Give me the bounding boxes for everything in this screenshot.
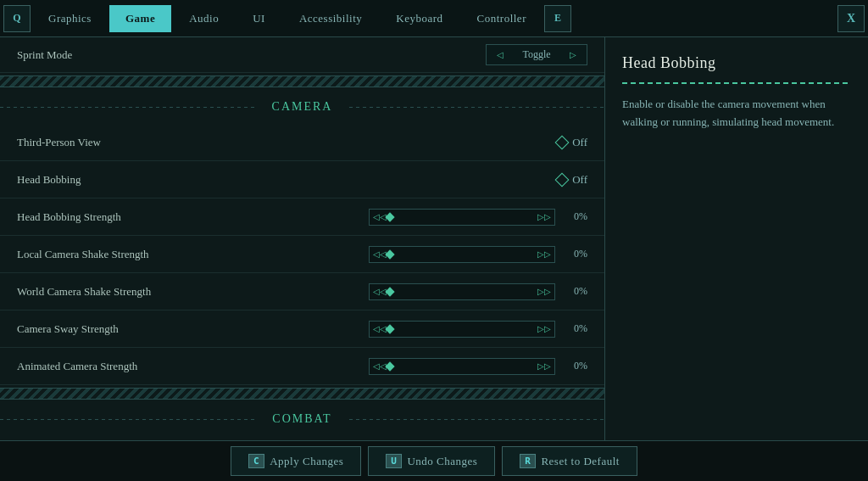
world-camera-shake-control[interactable]: ◁◁ ▷▷ 0% xyxy=(369,283,587,300)
nav-corner-right: E xyxy=(544,5,571,32)
third-person-view-control[interactable]: Off xyxy=(557,136,587,149)
diamond-icon xyxy=(555,135,570,149)
slider-thumb-3 xyxy=(385,287,394,296)
auto-activate-row[interactable]: Auto Activate Companion Abilities On xyxy=(0,436,604,440)
sprint-mode-value: Toggle xyxy=(509,48,565,61)
undo-key: U xyxy=(386,454,402,468)
camera-sway-row[interactable]: Camera Sway Strength ◁◁ ▷▷ 0% xyxy=(0,310,604,348)
tab-keyboard[interactable]: Keyboard xyxy=(380,5,459,32)
world-camera-shake-slider[interactable]: ◁◁ ▷▷ xyxy=(369,283,555,300)
animated-camera-label: Animated Camera Strength xyxy=(17,360,369,373)
third-person-view-row[interactable]: Third-Person View Off xyxy=(0,124,604,161)
combat-section-header: Combat xyxy=(0,405,604,433)
camera-sway-slider[interactable]: ◁◁ ▷▷ xyxy=(369,321,555,338)
toggle-right-arrow: ▷ xyxy=(570,50,576,59)
slider-thumb-5 xyxy=(385,361,394,371)
third-person-view-label: Third-Person View xyxy=(17,136,557,149)
tab-game[interactable]: Game xyxy=(109,5,171,32)
head-bobbing-value: Off xyxy=(572,173,587,187)
local-camera-shake-value: 0% xyxy=(562,248,587,260)
close-button[interactable]: X xyxy=(837,5,865,32)
animated-camera-row[interactable]: Animated Camera Strength ◁◁ ▷▷ 0% xyxy=(0,348,604,385)
head-bobbing-strength-value: 0% xyxy=(562,210,587,223)
animated-camera-value: 0% xyxy=(562,360,587,372)
head-bobbing-strength-control[interactable]: ◁◁ ▷▷ 0% xyxy=(369,209,587,226)
third-person-view-value: Off xyxy=(572,136,587,149)
header-line-right xyxy=(349,107,604,108)
tab-controller[interactable]: Controller xyxy=(461,5,542,32)
slider-thumb-2 xyxy=(385,249,394,259)
combat-header-line-left xyxy=(0,419,255,420)
undo-changes-button[interactable]: U Undo Changes xyxy=(368,446,495,476)
local-camera-shake-slider[interactable]: ◁◁ ▷▷ xyxy=(369,246,555,263)
sprint-mode-control[interactable]: ◁ Toggle ▷ xyxy=(486,44,587,65)
head-bobbing-strength-row[interactable]: Head Bobbing Strength ◁◁ ▷▷ 0% xyxy=(0,199,604,236)
combat-section-title: Combat xyxy=(255,412,348,426)
local-camera-shake-row[interactable]: Local Camera Shake Strength ◁◁ ▷▷ 0% xyxy=(0,236,604,273)
head-bobbing-label: Head Bobbing xyxy=(17,173,557,187)
slider-thumb-4 xyxy=(385,324,394,333)
slider-thumb xyxy=(385,212,394,221)
settings-panel[interactable]: Sprint Mode ◁ Toggle ▷ Camera Third-Pers… xyxy=(0,37,605,440)
head-bobbing-row[interactable]: Head Bobbing Off xyxy=(0,161,604,199)
reset-key: R xyxy=(520,454,536,468)
head-bobbing-strength-label: Head Bobbing Strength xyxy=(17,210,369,224)
reset-label: Reset to Default xyxy=(541,455,619,468)
world-camera-shake-value: 0% xyxy=(562,285,587,298)
info-divider xyxy=(622,82,851,84)
camera-section-title: Camera xyxy=(255,100,350,114)
local-camera-shake-label: Local Camera Shake Strength xyxy=(17,248,369,261)
local-camera-shake-control[interactable]: ◁◁ ▷▷ 0% xyxy=(369,246,587,263)
tab-audio[interactable]: Audio xyxy=(173,5,235,32)
head-bobbing-strength-slider[interactable]: ◁◁ ▷▷ xyxy=(369,209,555,226)
world-camera-shake-label: World Camera Shake Strength xyxy=(17,285,369,299)
world-camera-shake-row[interactable]: World Camera Shake Strength ◁◁ ▷▷ 0% xyxy=(0,273,604,310)
diamond-icon-2 xyxy=(555,172,570,187)
main-layout: Sprint Mode ◁ Toggle ▷ Camera Third-Pers… xyxy=(0,37,868,440)
divider-before-camera xyxy=(0,73,604,90)
slider-right-arrows: ▷▷ xyxy=(537,212,551,221)
head-bobbing-control[interactable]: Off xyxy=(557,173,587,187)
slider-right-arrows-5: ▷▷ xyxy=(537,361,551,371)
tab-graphics[interactable]: Graphics xyxy=(32,5,108,32)
tab-ui[interactable]: UI xyxy=(236,5,281,32)
tab-accessibility[interactable]: Accessibility xyxy=(283,5,378,32)
header-line-left xyxy=(0,107,255,108)
camera-sway-value: 0% xyxy=(562,322,587,335)
combat-header-line-right xyxy=(349,419,604,420)
animated-camera-control[interactable]: ◁◁ ▷▷ 0% xyxy=(369,358,587,375)
camera-sway-control[interactable]: ◁◁ ▷▷ 0% xyxy=(369,321,587,338)
toggle-left-arrow: ◁ xyxy=(497,50,504,59)
slider-right-arrows-4: ▷▷ xyxy=(537,324,551,333)
bottom-bar: C Apply Changes U Undo Changes R Reset t… xyxy=(0,440,868,481)
sprint-mode-label: Sprint Mode xyxy=(17,48,486,62)
reset-default-button[interactable]: R Reset to Default xyxy=(502,446,637,476)
divider-before-combat xyxy=(0,385,604,402)
slider-right-arrows-3: ▷▷ xyxy=(537,287,551,296)
info-description: Enable or disable the camera movement wh… xyxy=(622,96,851,131)
camera-section-header: Camera xyxy=(0,93,604,120)
animated-camera-slider[interactable]: ◁◁ ▷▷ xyxy=(369,358,555,375)
camera-sway-label: Camera Sway Strength xyxy=(17,322,369,336)
top-navigation: Q Graphics Game Audio UI Accessibility K… xyxy=(0,0,868,37)
info-panel: Head Bobbing Enable or disable the camer… xyxy=(605,37,868,440)
sprint-mode-row: Sprint Mode ◁ Toggle ▷ xyxy=(0,37,604,73)
nav-corner-left: Q xyxy=(3,5,31,32)
slider-right-arrows-2: ▷▷ xyxy=(537,249,551,259)
info-title: Head Bobbing xyxy=(622,54,851,72)
apply-changes-button[interactable]: C Apply Changes xyxy=(231,446,361,476)
apply-key: C xyxy=(248,454,264,468)
apply-label: Apply Changes xyxy=(270,455,343,468)
undo-label: Undo Changes xyxy=(407,455,477,468)
